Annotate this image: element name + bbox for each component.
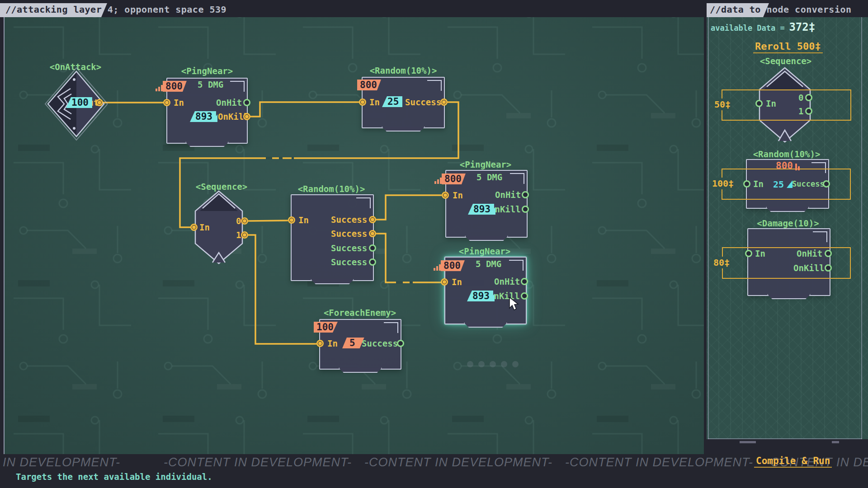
cost-badge: 800 — [442, 174, 466, 184]
shop-price-damage: 80‡ — [712, 257, 731, 268]
status-text: Targets the next available individual. — [16, 472, 212, 482]
pingnear1-onkill-port[interactable] — [243, 113, 250, 120]
sequence-node[interactable] — [190, 189, 248, 265]
node-notch — [465, 236, 508, 241]
compile-run-button[interactable]: Compile & Run — [754, 455, 832, 468]
wire-pingnear1-random1 — [248, 102, 361, 117]
onhit-port-label: OnHit — [216, 98, 242, 108]
shop-random-success-port[interactable] — [823, 180, 830, 188]
cost-badge: 800 — [163, 81, 187, 92]
mouse-cursor — [508, 296, 521, 312]
sequence-out0-port[interactable] — [241, 217, 248, 225]
in-port-label: In — [298, 215, 309, 225]
random2-success4-port[interactable] — [369, 258, 376, 266]
dmg-label: 5 DMG — [476, 259, 501, 269]
node-notch — [311, 279, 354, 284]
cost-bars-icon — [156, 85, 163, 91]
shop-damage-onkill-port[interactable] — [825, 264, 832, 272]
watermark: -CONTENT IN DEVELOPMENT- — [0, 455, 120, 469]
node-notch — [382, 127, 425, 131]
random1-success-port[interactable] — [440, 99, 448, 106]
in-port-label: In — [174, 98, 184, 108]
node-title: <Random(10%)> — [298, 184, 365, 194]
shop-damage-in-port[interactable] — [745, 250, 752, 257]
random2-success3-port[interactable] — [369, 244, 376, 252]
node-title: <Random(10%)> — [370, 66, 437, 75]
kill-value-tail — [490, 207, 495, 215]
cost-bars-icon — [795, 164, 800, 170]
watermark: -CONTENT IN DEVELOPMENT- — [364, 455, 552, 469]
in-port-label: In — [199, 222, 210, 232]
foreachenemy-success-port[interactable] — [397, 340, 404, 347]
in-port-label: In — [452, 277, 462, 287]
pingnear2-in-port[interactable] — [442, 192, 449, 199]
pingnear3-in-port[interactable] — [441, 278, 448, 286]
sequence-in-port[interactable] — [190, 224, 198, 231]
onhit-port-label: OnHit — [495, 190, 521, 200]
cost-bars-icon — [434, 264, 441, 271]
shop-cost-label: 800 — [776, 160, 793, 171]
shop-price-random: 100‡ — [711, 178, 735, 189]
available-data-label: available Data = — [711, 23, 785, 33]
node-notch — [767, 294, 811, 299]
reroll-button[interactable]: Reroll 500‡ — [753, 41, 823, 53]
shop-value-label: 25 — [773, 179, 784, 190]
shop-frame-sequence — [722, 89, 851, 121]
onattack-out-port[interactable] — [96, 99, 103, 106]
node-notch — [766, 207, 809, 212]
shop-damage-onhit-port[interactable] — [825, 250, 832, 257]
node-notch — [185, 142, 229, 147]
success-port-label: Success — [331, 215, 367, 225]
success-port-label: Success — [331, 243, 367, 253]
success-port-label: Success — [405, 97, 441, 107]
shop-random-in-port[interactable] — [743, 180, 750, 188]
shop-frame-random — [722, 169, 851, 200]
kill-value-tail — [489, 294, 495, 301]
node-notch — [339, 368, 382, 373]
pingnear3-onkill-port[interactable] — [521, 292, 528, 300]
shop-sequence-out0-port[interactable] — [805, 94, 812, 101]
top-bar: //attacking layer 4; opponent space 539 … — [0, 0, 868, 17]
pingnear3-onhit-port[interactable] — [521, 278, 528, 285]
cost-bars-icon — [434, 178, 442, 184]
cost-badge: 800 — [441, 260, 465, 271]
pingnear2-onkill-port[interactable] — [522, 206, 529, 213]
node-title: <PingNear> — [460, 160, 511, 169]
success-port-label: Success — [362, 338, 398, 348]
available-data-value: 372‡ — [789, 21, 815, 33]
watermark: -CONTENT IN DEVELOPMENT- — [565, 455, 753, 469]
shop-sequence-out1-port[interactable] — [805, 108, 812, 115]
watermark: -CONTENT IN DEVELOPMENT- — [164, 455, 352, 469]
random2-success1-port[interactable] — [369, 216, 376, 223]
kill-value-tail — [212, 114, 217, 122]
in-port-label: In — [453, 190, 463, 200]
node-title: <PingNear> — [181, 66, 233, 76]
out0-port-label: 0 — [236, 216, 241, 226]
shop-node-title: <Damage(10)> — [757, 218, 819, 228]
in-port-label: In — [369, 97, 380, 107]
pingnear2-onhit-port[interactable] — [522, 191, 529, 198]
success-port-label: Success — [331, 257, 367, 267]
random2-in-port[interactable] — [288, 216, 295, 224]
node-title: <PingNear> — [459, 246, 510, 256]
wire-random2s2-pingnear3 — [373, 234, 442, 282]
dmg-label: 5 DMG — [476, 172, 502, 182]
shop-price-sequence: 50‡ — [713, 99, 732, 110]
pingnear1-in-port[interactable] — [163, 99, 170, 106]
out1-port-label: 1 — [236, 230, 241, 240]
pingnear1-onhit-port[interactable] — [243, 99, 250, 106]
available-data: available Data = 372‡ — [711, 21, 815, 33]
shop-node-title: <Sequence> — [760, 56, 811, 66]
dmg-label: 5 DMG — [198, 80, 223, 89]
sequence-out1-port[interactable] — [241, 231, 248, 239]
node-notch — [464, 323, 507, 328]
shop-sequence-in-port[interactable] — [755, 100, 763, 107]
node-editor-screen: { "header": { "left_title": "//attacking… — [0, 0, 868, 488]
in-port-label: In — [327, 338, 338, 348]
shop-value-tail — [787, 180, 793, 188]
foreachenemy-in-port[interactable] — [316, 340, 324, 347]
random2-success2-port[interactable] — [369, 230, 376, 237]
node-title: <ForeachEnemy> — [324, 308, 396, 318]
random1-in-port[interactable] — [359, 99, 366, 106]
onhit-port-label: OnHit — [494, 277, 520, 286]
